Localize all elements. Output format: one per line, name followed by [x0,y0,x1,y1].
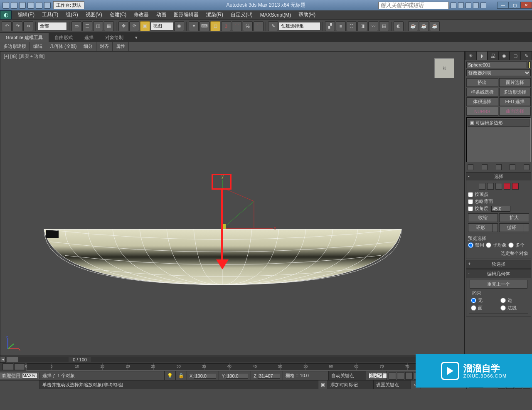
menu-rendering[interactable]: 渲染(R) [202,10,227,20]
loop-spinner-icon[interactable] [524,223,529,232]
radio-preview-multi[interactable] [508,242,514,248]
lock-selection-icon[interactable]: 💡 [165,371,176,380]
close-button[interactable]: ✕ [520,2,532,9]
minimize-button[interactable]: — [497,2,509,9]
chk-ignore-backface[interactable] [468,199,473,204]
prev-frame-icon[interactable] [397,372,404,380]
undo-icon[interactable]: ↶ [2,21,12,31]
help-icon[interactable] [480,2,486,8]
ribbon-panel-polymodel[interactable]: 多边形建模 [0,42,30,51]
maximize-button[interactable]: ▢ [509,2,520,9]
menu-views[interactable]: 视图(V) [82,10,106,20]
angle-snap-icon[interactable]: 3 [221,21,231,31]
ribbon-tab-objectpaint[interactable]: 对象绘制 [99,33,129,42]
pin-stack-icon[interactable] [468,164,473,170]
subscription-icon[interactable] [458,2,464,8]
menu-grapheditors[interactable]: 图形编辑器 [170,10,202,20]
curve-editor-icon[interactable]: 〰 [368,21,378,31]
qat-save-icon[interactable] [19,2,26,9]
goto-start-icon[interactable] [389,372,396,380]
rollout-selection-header[interactable]: -选择 [466,173,531,180]
autokey-button[interactable]: 自动关键点 [329,371,366,380]
add-time-tag-button[interactable]: 添加时间标记 [328,380,374,389]
ribbon-tab-graphite[interactable]: Graphite 建模工具 [0,33,49,42]
modifier-stack[interactable]: ▣ 可编辑多边形 [466,117,531,162]
mirror-icon[interactable]: ▞ [325,21,335,31]
subobj-border-icon[interactable] [495,183,502,190]
menu-help[interactable]: 帮助(H) [295,10,319,20]
btn-spline-select[interactable]: 样条线选择 [466,88,498,96]
coord-z-input[interactable] [258,373,280,379]
viewport-label[interactable]: [+] [前] [真实 + 边面] [4,53,44,59]
qat-link-icon[interactable] [44,2,51,9]
hscroll-track[interactable] [7,357,69,362]
remove-modifier-icon[interactable] [510,164,515,170]
rollout-soft-header[interactable]: +软选择 [466,260,531,268]
render-setup-icon[interactable]: ☕ [408,21,418,31]
percent-snap-icon[interactable]: ⌒ [232,21,242,31]
qat-new-icon[interactable] [2,2,9,9]
radio-preview-off[interactable] [468,242,473,248]
ref-coord-dropdown[interactable]: 视图 [151,22,173,30]
object-name-input[interactable] [466,62,527,68]
selection-filter-dropdown[interactable]: 全部 [38,22,67,30]
coord-display-icon[interactable]: 🔒 [176,371,187,380]
menu-modifiers[interactable]: 修改器 [130,10,153,20]
menu-create[interactable]: 创建(C) [106,10,131,20]
chk-by-vertex[interactable] [468,192,473,197]
trackbar-keymode-icon[interactable] [14,363,25,370]
btn-surf-select[interactable]: 曲面选择 [499,107,531,116]
rotate-icon[interactable]: ⟳ [129,21,139,31]
btn-loop[interactable]: 循环 [499,223,524,232]
subobj-polygon-icon[interactable] [504,183,510,190]
redo-icon[interactable]: ↷ [12,21,22,31]
menu-maxscript[interactable]: MAXScript(M) [256,11,295,19]
trackbar-toggle-icon[interactable] [2,363,13,370]
hscroll-left-icon[interactable]: ◂ [0,357,6,363]
btn-poly-select[interactable]: 多边形选择 [499,88,531,96]
render-icon[interactable]: ☕ [430,21,440,31]
tab-hierarchy-icon[interactable]: 品 [488,51,499,60]
spinner-snap-icon[interactable]: % [243,21,253,31]
radio-constraint-none[interactable] [471,298,476,303]
select-object-icon[interactable]: ▭ [71,21,81,31]
listener-cell[interactable] [0,380,40,389]
menu-customize[interactable]: 自定义(U) [227,10,256,20]
app-menu-button[interactable]: ◐ [0,10,12,20]
subobj-element-icon[interactable] [512,183,519,190]
subobj-edge-icon[interactable] [487,183,494,190]
move-icon[interactable]: ✥ [118,21,128,31]
btn-nurbs[interactable]: NURBS [466,107,498,116]
play-icon[interactable] [405,372,413,380]
graphite-icon[interactable]: ◨ [357,21,367,31]
object-color-swatch[interactable] [528,62,531,68]
menu-group[interactable]: 组(G) [62,10,81,20]
tab-display-icon[interactable]: ▢ [510,51,521,60]
rect-region-icon[interactable]: ◫ [93,21,103,31]
manipulate-icon[interactable]: ✦ [189,21,199,31]
scale-icon[interactable]: ▣ [140,21,150,31]
named-selection-dropdown[interactable]: 创建选择集 [279,22,320,30]
btn-extrude[interactable]: 挤出 [466,78,498,87]
selection-set-input[interactable] [369,373,387,379]
qat-redo-icon[interactable] [36,2,42,9]
ribbon-tab-freeform[interactable]: 自由形式 [49,33,79,42]
frame-indicator[interactable]: 0 / 100 [69,357,90,362]
menu-tools[interactable]: 工具(T) [38,10,62,20]
tab-utilities-icon[interactable]: ✎ [521,51,532,60]
pivot-center-icon[interactable]: ◉ [174,21,184,31]
window-crossing-icon[interactable]: ▦ [104,21,114,31]
btn-vol-select[interactable]: 体积选择 [466,97,498,106]
rollout-editgeo-header[interactable]: -编辑几何体 [466,270,531,278]
subobj-vertex-icon[interactable] [479,183,485,190]
tab-modify-icon[interactable]: ◗ [476,51,488,60]
layers-icon[interactable]: ☷ [347,21,357,31]
chk-by-angle[interactable] [468,206,473,211]
hscroll-thumb[interactable] [7,357,18,362]
tab-create-icon[interactable]: ✳ [465,51,476,60]
coord-y-input[interactable] [226,373,248,379]
btn-ring[interactable]: 环形 [468,223,493,232]
radio-constraint-face[interactable] [471,305,476,311]
radio-constraint-normal[interactable] [500,305,506,311]
favorites-icon[interactable] [473,2,479,8]
